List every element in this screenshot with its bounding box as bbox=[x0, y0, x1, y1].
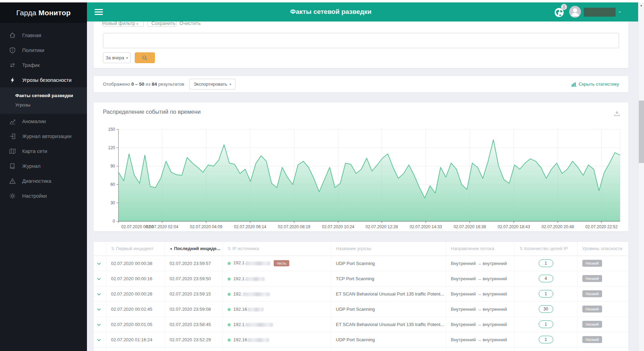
sidebar-item-label: Диагностика bbox=[22, 178, 51, 184]
table-row[interactable]: 02.07.2020 00:00:3802.07.2020 23:59:5719… bbox=[94, 256, 629, 271]
expand-row-chevron-icon[interactable] bbox=[94, 332, 106, 347]
sidebar-subitem[interactable]: Факты сетевой разведки bbox=[0, 91, 87, 100]
column-header-1[interactable]: ▼Последний инциде... bbox=[165, 242, 222, 256]
sign-in-icon bbox=[9, 133, 18, 139]
severity-badge: Низкий bbox=[582, 290, 602, 297]
column-header-2[interactable]: ⇅IP источника bbox=[222, 242, 331, 256]
threat-name-cell: UDP Port Scanning bbox=[331, 256, 446, 271]
severity-cell: Низкий bbox=[577, 256, 629, 271]
table-row[interactable]: 02.07.2020 01:16:2402.07.2020 23:52:2919… bbox=[94, 332, 629, 347]
svg-text:02.07.2020 22:52: 02.07.2020 22:52 bbox=[585, 224, 618, 229]
column-header-0[interactable]: ⇅Первый инцидент bbox=[106, 242, 165, 256]
sidebar-item-home[interactable]: Главная bbox=[0, 28, 87, 43]
clear-filter-ghost-button[interactable]: Очистить bbox=[179, 20, 201, 26]
map-icon bbox=[9, 148, 18, 154]
events-time-chart[interactable]: 030609012015002.07.2020 00:0002.07.2020 … bbox=[98, 122, 625, 231]
sidebar-item-traffic[interactable]: Трафик bbox=[0, 58, 87, 72]
last-incident-cell: 02.07.2020 23:59:57 bbox=[165, 256, 222, 271]
status-dot-icon bbox=[228, 339, 231, 342]
search-button[interactable] bbox=[135, 52, 155, 63]
last-incident-cell: 02.07.2020 23:59:08 bbox=[165, 301, 222, 317]
target-count-pill: 1 bbox=[539, 320, 553, 328]
save-filter-ghost-button[interactable]: Сохранить bbox=[151, 20, 176, 26]
period-select-button[interactable]: За вчера ▾ bbox=[103, 52, 131, 63]
incidents-table-panel: ⇅Первый инцидент▼Последний инциде...⇅IP … bbox=[93, 241, 629, 351]
sidebar-item-auth-log[interactable]: Журнал авторизации bbox=[0, 129, 87, 144]
user-menu-caret-icon[interactable]: ⌄ bbox=[618, 9, 621, 14]
toggle-statistics-link[interactable]: Скрыть статистику bbox=[571, 82, 619, 87]
threat-name-cell: UDP Port Scanning bbox=[331, 332, 446, 347]
svg-text:02.07.2020 04:09: 02.07.2020 04:09 bbox=[190, 224, 222, 229]
target-count-cell: 1 bbox=[514, 286, 577, 301]
sidebar-item-threats[interactable]: Угрозы безопасности bbox=[0, 72, 87, 87]
table-row[interactable]: 02.07.2020 00:02:4502.07.2020 23:59:0819… bbox=[94, 301, 629, 317]
filter-panel: За вчера ▾ bbox=[93, 22, 629, 68]
svg-text:120: 120 bbox=[108, 145, 115, 150]
first-incident-cell: 02.07.2020 00:00:38 bbox=[106, 256, 165, 271]
appbar: Новый фильтр ▾ Сохранить Очистить Факты … bbox=[87, 2, 638, 22]
svg-text:02.07.2020 20:48: 02.07.2020 20:48 bbox=[541, 224, 574, 229]
table-row[interactable]: 02.07.2020 00:00:1602.07.2020 23:59:5019… bbox=[94, 271, 629, 286]
severity-cell: Низкий bbox=[577, 286, 629, 301]
flow-direction-cell: Внутренний → внутренний bbox=[446, 256, 514, 271]
table-row-partial[interactable] bbox=[94, 347, 629, 351]
sidebar-item-label: Карта сети bbox=[22, 148, 47, 154]
sort-desc-icon: ▼ bbox=[170, 247, 173, 251]
sidebar-item-label: Трафик bbox=[22, 62, 40, 68]
download-chart-icon[interactable] bbox=[614, 111, 620, 118]
search-query-input[interactable] bbox=[103, 33, 619, 48]
menu-toggle-icon[interactable] bbox=[95, 9, 103, 15]
sidebar-item-policies[interactable]: Политики bbox=[0, 43, 87, 58]
sidebar-item-anomalies[interactable]: Аномалии bbox=[0, 114, 87, 129]
sort-icon: ⇅ bbox=[228, 246, 231, 251]
ip-redacted-blur bbox=[248, 308, 264, 311]
new-filter-ghost-button[interactable]: Новый фильтр ▾ bbox=[102, 20, 147, 26]
table-row[interactable]: 02.07.2020 00:00:2602.07.2020 23:59:1519… bbox=[94, 286, 629, 301]
vertical-scrollbar[interactable]: ▲ bbox=[638, 2, 644, 351]
sidebar-item-label: Главная bbox=[22, 33, 41, 38]
flow-direction-cell: Внутренний → внутренний bbox=[446, 317, 514, 332]
home-icon bbox=[9, 32, 18, 38]
flow-direction-cell: Внутренний → внутренний bbox=[446, 271, 514, 286]
incidents-table: ⇅Первый инцидент▼Последний инциде...⇅IP … bbox=[94, 242, 629, 351]
scrollbar-up-arrow[interactable]: ▲ bbox=[638, 2, 644, 8]
scrollbar-thumb[interactable] bbox=[639, 101, 644, 163]
sidebar-item-label: Настройки bbox=[22, 193, 47, 199]
column-header-5[interactable]: ⇅Количество целей IP bbox=[514, 242, 577, 256]
svg-text:02.07.2020 18:43: 02.07.2020 18:43 bbox=[497, 224, 530, 229]
sidebar-item-label: Угрозы безопасности bbox=[22, 77, 72, 83]
svg-text:0: 0 bbox=[113, 219, 115, 224]
sidebar-item-network-map[interactable]: Карта сети bbox=[0, 144, 87, 159]
notification-badge[interactable]: 1 bbox=[561, 4, 567, 10]
expand-row-chevron-icon[interactable] bbox=[94, 271, 106, 286]
svg-text:30: 30 bbox=[111, 200, 115, 205]
username-redacted[interactable] bbox=[584, 8, 616, 17]
sort-icon: ⇅ bbox=[111, 246, 115, 251]
status-dot-icon bbox=[228, 293, 231, 296]
sidebar-item-settings[interactable]: Настройки bbox=[0, 188, 87, 203]
severity-cell: Низкий bbox=[577, 301, 629, 317]
sidebar: Гарда Монитор ГлавнаяПолитикиТрафикУгроз… bbox=[0, 2, 87, 351]
warning-icon bbox=[9, 178, 18, 184]
table-row[interactable]: 02.07.2020 00:01:0502.07.2020 23:58:4519… bbox=[94, 317, 629, 332]
ip-redacted-blur bbox=[245, 323, 273, 327]
source-ip-cell: 192. bbox=[222, 286, 331, 301]
sidebar-item-diagnostics[interactable]: Диагностика bbox=[0, 173, 87, 188]
expand-row-chevron-icon[interactable] bbox=[94, 301, 106, 317]
first-incident-cell: 02.07.2020 00:01:05 bbox=[106, 317, 165, 332]
expand-row-chevron-icon[interactable] bbox=[94, 286, 106, 301]
target-count-cell: 4 bbox=[514, 271, 577, 286]
expand-column-header bbox=[94, 242, 106, 256]
severity-badge: Низкий bbox=[582, 321, 602, 328]
expand-row-chevron-icon[interactable] bbox=[94, 317, 106, 332]
main-content: За вчера ▾ Отображено 0 – 50 из 84 резул… bbox=[87, 22, 638, 351]
svg-text:90: 90 bbox=[111, 164, 115, 169]
severity-badge: Низкий bbox=[582, 336, 602, 343]
sidebar-item-journal[interactable]: Журнал bbox=[0, 159, 87, 173]
avatar[interactable] bbox=[569, 6, 581, 18]
sidebar-subitem[interactable]: Угрозы bbox=[0, 100, 87, 110]
export-button[interactable]: Экспортировать ▾ bbox=[189, 79, 236, 89]
expand-row-chevron-icon[interactable] bbox=[94, 256, 106, 271]
brand-first: Гарда bbox=[16, 9, 36, 17]
first-incident-cell: 02.07.2020 00:00:16 bbox=[106, 271, 165, 286]
